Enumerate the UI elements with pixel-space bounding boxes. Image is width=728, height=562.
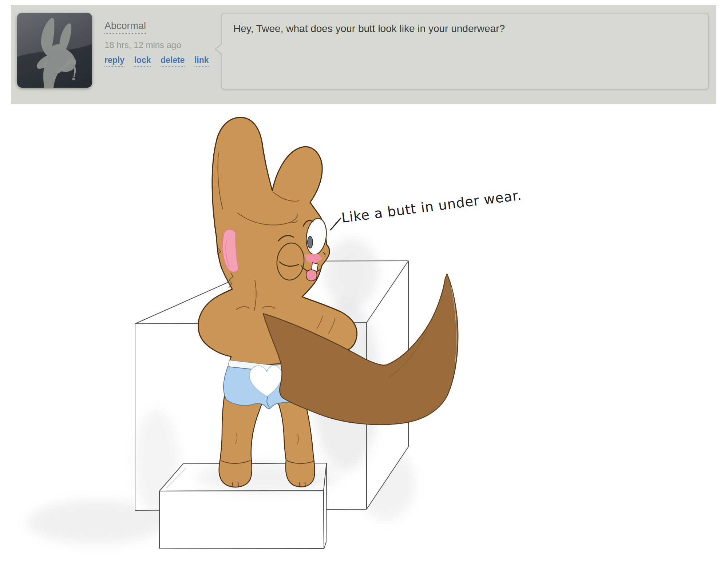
avatar[interactable] bbox=[17, 13, 92, 88]
caption-pointer-stroke bbox=[331, 218, 341, 230]
caption: Like a butt in under wear. bbox=[331, 187, 523, 230]
feet-shadow bbox=[197, 462, 339, 493]
delete-link[interactable]: delete bbox=[161, 55, 185, 67]
speech-bubble: Hey, Twee, what does your butt look like… bbox=[221, 13, 709, 89]
reply-link[interactable]: reply bbox=[104, 55, 124, 67]
username-link[interactable]: Abcormal bbox=[104, 20, 146, 34]
eye-pupil bbox=[308, 236, 313, 248]
rabbit-artist-silhouette-icon bbox=[17, 13, 92, 88]
link-link[interactable]: link bbox=[194, 55, 209, 67]
comment-actions: reply lock delete link bbox=[104, 55, 217, 67]
question-text: Hey, Twee, what does your butt look like… bbox=[222, 13, 708, 44]
timestamp: 18 hrs, 12 mins ago bbox=[104, 40, 217, 50]
comment-meta: Abcormal 18 hrs, 12 mins ago reply lock … bbox=[104, 20, 217, 67]
comment-bar: Abcormal 18 hrs, 12 mins ago reply lock … bbox=[11, 5, 716, 104]
tongue bbox=[306, 270, 317, 281]
artwork-canvas: Like a butt in under wear. bbox=[0, 104, 728, 562]
lock-link[interactable]: lock bbox=[134, 55, 151, 67]
caption-text: Like a butt in under wear. bbox=[341, 187, 523, 226]
artwork-illustration: Like a butt in under wear. bbox=[0, 104, 728, 562]
